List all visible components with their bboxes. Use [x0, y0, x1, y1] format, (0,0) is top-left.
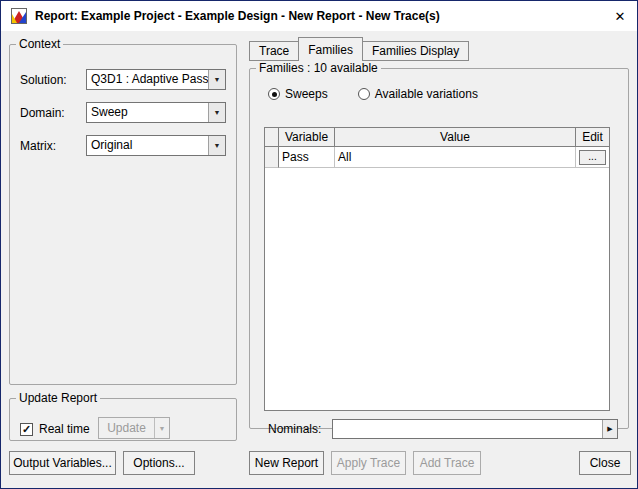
- radio-button-icon: [358, 88, 370, 100]
- matrix-label: Matrix:: [20, 139, 86, 153]
- output-variables-button[interactable]: Output Variables...: [9, 451, 116, 475]
- solution-label: Solution:: [20, 73, 86, 87]
- report-app-icon: [11, 8, 27, 24]
- solution-dropdown[interactable]: Q3D1 : Adaptive Pass ▼: [86, 69, 226, 90]
- context-legend: Context: [16, 37, 63, 51]
- dropdown-arrow-icon[interactable]: ▼: [208, 103, 225, 122]
- realtime-option[interactable]: ✓ Real time: [20, 422, 90, 436]
- table-row[interactable]: Pass All ...: [265, 147, 609, 168]
- dropdown-arrow-icon[interactable]: ▼: [208, 70, 225, 89]
- report-dialog: Report: Example Project - Example Design…: [0, 0, 638, 489]
- update-dropdown-arrow-icon[interactable]: ▼: [154, 418, 169, 438]
- domain-dropdown[interactable]: Sweep ▼: [86, 102, 226, 123]
- new-report-button[interactable]: New Report: [249, 451, 324, 475]
- row-edit-cell: ...: [576, 147, 609, 168]
- tab-families[interactable]: Families: [298, 37, 363, 61]
- check-icon: ✓: [22, 424, 31, 434]
- nominals-label: Nominals:: [268, 422, 321, 436]
- tab-families-display[interactable]: Families Display: [362, 41, 469, 61]
- row-variable-cell: Pass: [279, 147, 335, 168]
- radio-sweeps-label: Sweeps: [285, 87, 328, 101]
- matrix-dropdown[interactable]: Original ▼: [86, 135, 226, 156]
- row-selector-cell[interactable]: [265, 147, 279, 168]
- update-report-legend: Update Report: [16, 391, 100, 405]
- solution-value: Q3D1 : Adaptive Pass: [87, 70, 208, 89]
- solution-row: Solution: Q3D1 : Adaptive Pass ▼: [20, 69, 226, 90]
- row-value-cell[interactable]: All: [335, 147, 576, 168]
- update-button[interactable]: Update ▼: [98, 417, 170, 439]
- realtime-checkbox[interactable]: ✓: [20, 423, 33, 436]
- families-legend: Families : 10 available: [256, 61, 381, 75]
- domain-label: Domain:: [20, 106, 86, 120]
- options-button[interactable]: Options...: [123, 451, 195, 475]
- radio-button-icon: [268, 88, 280, 100]
- families-table: Variable Value Edit Pass All ...: [264, 127, 610, 411]
- realtime-label: Real time: [39, 422, 90, 436]
- update-button-label: Update: [99, 418, 154, 438]
- add-trace-button[interactable]: Add Trace: [413, 451, 481, 475]
- update-report-group: Update Report ✓ Real time Update ▼: [9, 391, 237, 441]
- radio-available-variations-label: Available variations: [375, 87, 478, 101]
- nominals-dropdown[interactable]: ▶: [332, 419, 618, 439]
- titlebar: Report: Example Project - Example Design…: [1, 1, 637, 31]
- context-group: Context Solution: Q3D1 : Adaptive Pass ▼…: [9, 37, 237, 385]
- window-title: Report: Example Project - Example Design…: [35, 9, 440, 23]
- header-selector: [265, 128, 279, 147]
- header-value[interactable]: Value: [335, 128, 576, 147]
- domain-row: Domain: Sweep ▼: [20, 102, 226, 123]
- apply-trace-button[interactable]: Apply Trace: [331, 451, 406, 475]
- tabstrip: Trace Families Families Display: [249, 37, 468, 61]
- close-button[interactable]: Close: [579, 451, 631, 475]
- nominals-value: [333, 420, 602, 438]
- nominals-right-arrow-icon[interactable]: ▶: [602, 420, 617, 438]
- radio-available-variations[interactable]: Available variations: [358, 87, 478, 101]
- matrix-value: Original: [87, 136, 208, 155]
- table-header-row: Variable Value Edit: [265, 128, 609, 147]
- tab-trace[interactable]: Trace: [249, 41, 299, 61]
- table-empty-area: [265, 168, 609, 410]
- header-variable[interactable]: Variable: [279, 128, 335, 147]
- domain-value: Sweep: [87, 103, 208, 122]
- header-edit: Edit: [576, 128, 609, 147]
- families-group: Families : 10 available Sweeps Available…: [249, 61, 629, 429]
- close-icon[interactable]: ✕: [603, 1, 637, 31]
- dropdown-arrow-icon[interactable]: ▼: [208, 136, 225, 155]
- edit-ellipsis-button[interactable]: ...: [579, 150, 606, 165]
- matrix-row: Matrix: Original ▼: [20, 135, 226, 156]
- families-radio-row: Sweeps Available variations: [268, 87, 478, 101]
- radio-sweeps[interactable]: Sweeps: [268, 87, 328, 101]
